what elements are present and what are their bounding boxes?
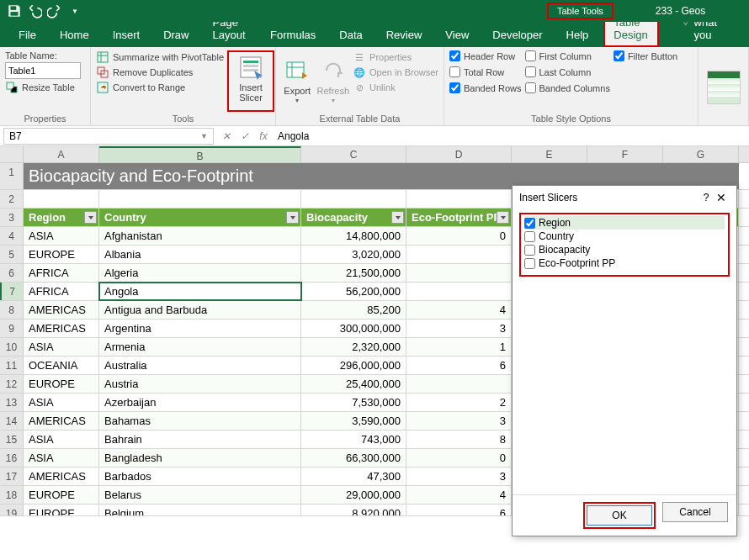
table-cell[interactable] — [406, 246, 512, 263]
table-cell[interactable]: Afghanistan — [99, 227, 301, 245]
table-cell[interactable]: Algeria — [99, 264, 301, 282]
table-cell[interactable]: 21,500,000 — [301, 264, 406, 282]
row-header[interactable]: 12 — [0, 375, 24, 393]
row-header[interactable]: 3 — [0, 209, 24, 226]
column-header[interactable]: A — [24, 146, 99, 162]
chevron-down-icon[interactable]: ▼ — [200, 132, 208, 140]
table-cell[interactable]: AMERICAS — [24, 412, 99, 430]
table-cell[interactable]: Bahamas — [99, 412, 301, 430]
slicer-option-eco-footprint[interactable]: Eco-Footprint PP — [524, 256, 725, 270]
table-cell[interactable]: Antigua and Barbuda — [99, 301, 301, 319]
tab-help[interactable]: Help — [555, 24, 601, 47]
table-name-input[interactable] — [5, 62, 81, 79]
ok-button[interactable]: OK — [587, 505, 652, 526]
summarize-pivot-button[interactable]: Summarize with PivotTable — [96, 50, 224, 64]
tab-data[interactable]: Data — [327, 24, 374, 47]
redo-icon[interactable] — [47, 3, 62, 18]
column-header[interactable]: F — [587, 146, 663, 162]
qat-dropdown-icon[interactable]: ▼ — [67, 3, 82, 18]
table-cell[interactable]: 0 — [406, 449, 512, 467]
name-box[interactable]: B7 ▼ — [3, 128, 214, 145]
save-icon[interactable] — [7, 3, 22, 18]
filter-dropdown-icon[interactable] — [286, 211, 299, 224]
table-header-region[interactable]: Region — [24, 209, 99, 226]
table-header-eco-footprint[interactable]: Eco-Footprint PP — [406, 209, 512, 226]
column-header[interactable]: G — [663, 146, 739, 162]
table-header-biocapacity[interactable]: Biocapacity — [301, 209, 406, 226]
filter-dropdown-icon[interactable] — [84, 211, 97, 224]
insert-slicer-button[interactable]: Insert Slicer — [231, 54, 271, 103]
table-cell[interactable]: ASIA — [24, 227, 99, 245]
formula-accept-icon[interactable]: ✓ — [236, 130, 254, 142]
first-column-checkbox[interactable]: First Column — [525, 50, 610, 61]
table-cell[interactable]: 47,300 — [301, 468, 406, 485]
table-cell[interactable] — [406, 375, 512, 393]
table-cell[interactable] — [406, 283, 512, 300]
table-cell[interactable]: 0 — [406, 227, 512, 245]
tab-formulas[interactable]: Formulas — [258, 24, 327, 47]
close-icon[interactable]: ✕ — [713, 191, 730, 204]
fx-icon[interactable]: fx — [254, 130, 273, 142]
table-header-country[interactable]: Country — [99, 209, 301, 226]
tab-draw[interactable]: Draw — [151, 24, 200, 47]
table-cell[interactable]: 66,300,000 — [301, 449, 406, 467]
table-cell[interactable]: AMERICAS — [24, 468, 99, 485]
table-cell[interactable]: EUROPE — [24, 505, 99, 515]
table-cell[interactable]: Belgium — [99, 505, 301, 515]
table-cell[interactable]: ASIA — [24, 394, 99, 411]
table-cell[interactable]: 8,920,000 — [301, 505, 406, 515]
column-header[interactable]: E — [512, 146, 587, 162]
table-cell[interactable]: 56,200,000 — [301, 283, 406, 300]
row-header[interactable]: 11 — [0, 357, 24, 374]
table-cell[interactable]: EUROPE — [24, 375, 99, 393]
table-cell[interactable]: 6 — [406, 357, 512, 374]
table-cell[interactable]: 1 — [406, 338, 512, 356]
table-cell[interactable]: Barbados — [99, 468, 301, 485]
row-header[interactable]: 2 — [0, 190, 24, 208]
formula-cancel-icon[interactable]: ✕ — [217, 130, 236, 142]
table-cell[interactable]: 3 — [406, 468, 512, 485]
undo-icon[interactable] — [27, 3, 42, 18]
tab-insert[interactable]: Insert — [101, 24, 152, 47]
table-cell[interactable]: 3 — [406, 412, 512, 430]
slicer-option-biocapacity[interactable]: Biocapacity — [524, 243, 725, 256]
table-cell[interactable]: AFRICA — [24, 264, 99, 282]
table-cell[interactable]: ASIA — [24, 449, 99, 467]
tab-home[interactable]: Home — [48, 24, 101, 47]
table-cell[interactable]: 3 — [406, 320, 512, 337]
table-cell[interactable]: 743,000 — [301, 431, 406, 448]
table-cell[interactable]: 300,000,000 — [301, 320, 406, 337]
table-cell[interactable]: EUROPE — [24, 486, 99, 504]
help-icon[interactable]: ? — [699, 192, 713, 203]
table-cell[interactable]: 296,000,000 — [301, 357, 406, 374]
table-cell[interactable]: 29,000,000 — [301, 486, 406, 504]
row-header[interactable]: 9 — [0, 320, 24, 337]
table-cell[interactable]: AFRICA — [24, 283, 99, 300]
table-cell[interactable]: 4 — [406, 301, 512, 319]
filter-dropdown-icon[interactable] — [497, 211, 509, 224]
slicer-option-country[interactable]: Country — [524, 230, 725, 243]
table-cell[interactable]: AMERICAS — [24, 301, 99, 319]
row-header[interactable]: 15 — [0, 431, 24, 448]
column-header[interactable]: B — [99, 146, 301, 162]
row-header[interactable]: 14 — [0, 412, 24, 430]
table-style-preview[interactable] — [707, 71, 741, 104]
banded-rows-checkbox[interactable]: Banded Rows — [449, 82, 522, 93]
table-cell[interactable]: Belarus — [99, 486, 301, 504]
filter-button-checkbox[interactable]: Filter Button — [614, 50, 677, 61]
filter-dropdown-icon[interactable] — [391, 211, 404, 224]
slicer-option-region[interactable]: Region — [524, 216, 725, 230]
table-cell[interactable]: Bangladesh — [99, 449, 301, 467]
banded-columns-checkbox[interactable]: Banded Columns — [525, 82, 610, 93]
row-header[interactable]: 4 — [0, 227, 24, 245]
tab-view[interactable]: View — [433, 24, 481, 47]
table-cell[interactable]: Armenia — [99, 338, 301, 356]
table-cell[interactable]: 14,800,000 — [301, 227, 406, 245]
table-cell[interactable]: 3,590,000 — [301, 412, 406, 430]
resize-table-button[interactable]: Resize Table — [5, 81, 81, 94]
row-header[interactable]: 18 — [0, 486, 24, 504]
table-cell[interactable]: EUROPE — [24, 246, 99, 263]
table-cell[interactable]: AMERICAS — [24, 320, 99, 337]
formula-input[interactable] — [273, 130, 749, 142]
cancel-button[interactable]: Cancel — [662, 502, 728, 522]
